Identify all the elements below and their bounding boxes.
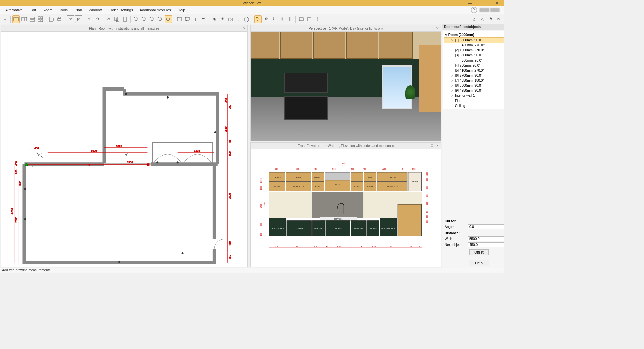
tree-root[interactable]: ▽ Room (2400mm): [444, 32, 504, 38]
tree-item-12[interactable]: Floor: [444, 98, 504, 103]
undo-icon[interactable]: ↶: [86, 15, 93, 23]
zoom-active-icon[interactable]: [165, 15, 172, 23]
sun-icon[interactable]: ☀: [219, 15, 226, 23]
tree-item-1[interactable]: 450mm, 270.0°: [444, 43, 504, 48]
mail-icon[interactable]: ✉: [495, 15, 502, 23]
svg-text:450: 450: [15, 161, 18, 166]
svg-point-35: [125, 93, 127, 95]
close-button[interactable]: ✕: [490, 0, 504, 6]
pointer-icon[interactable]: [254, 15, 262, 23]
move-icon[interactable]: ✥: [262, 15, 270, 23]
perspective-close-icon[interactable]: ✕: [435, 26, 440, 31]
tree-item-label: Ceiling: [455, 104, 465, 108]
svg-text:1470: 1470: [260, 204, 262, 208]
tree-item-6[interactable]: [5] 4100mm, 270.0°: [444, 68, 504, 73]
menu-additional-modules[interactable]: Additional modules: [136, 7, 174, 13]
help-button[interactable]: Help: [469, 260, 489, 266]
flag-icon[interactable]: ⚑: [487, 15, 494, 23]
tree-item-0[interactable]: ▷[1] 5500mm, 90.0°: [444, 38, 504, 43]
zoom-fit-icon[interactable]: [132, 15, 140, 23]
tree-item-7[interactable]: ▷[6] 2700mm, 90.0°: [444, 73, 504, 78]
view-mode-3[interactable]: [29, 15, 36, 23]
svg-text:300: 300: [426, 178, 428, 181]
chevron-right-icon: ▷: [451, 89, 454, 92]
sc-icon[interactable]: sc: [67, 15, 74, 23]
tool-c-icon[interactable]: ⊹: [314, 15, 321, 23]
elevation-close-icon[interactable]: ✕: [435, 143, 440, 148]
nav-left-icon[interactable]: ◁: [479, 15, 486, 23]
home-icon[interactable]: ⌂: [471, 15, 478, 23]
menu-alternative[interactable]: Alternative: [2, 7, 26, 13]
comment-icon[interactable]: [184, 15, 191, 23]
camera-icon[interactable]: [227, 15, 234, 23]
record-icon[interactable]: ⊙: [235, 15, 242, 23]
svg-text:UEAD115-65-5: UEAD115-65-5: [381, 228, 395, 230]
perspective-viewport[interactable]: [250, 32, 441, 141]
menu-room[interactable]: Room: [39, 7, 56, 13]
menu-window[interactable]: Window: [85, 7, 105, 13]
svg-text:55: 55: [228, 139, 231, 142]
svg-point-39: [24, 218, 26, 220]
tree-item-2[interactable]: [2] 1900mm, 270.0°: [444, 48, 504, 53]
light-icon[interactable]: ◉: [211, 15, 218, 23]
pn-icon[interactable]: pn: [75, 15, 82, 23]
svg-text:650: 650: [275, 245, 279, 247]
tool-b-icon[interactable]: [306, 15, 313, 23]
tree-item-8[interactable]: ▷[7] 4550mm, 180.0°: [444, 78, 504, 83]
offset-button[interactable]: Offset: [469, 249, 489, 255]
3d-icon[interactable]: [243, 15, 250, 23]
maximize-button[interactable]: ☐: [477, 0, 490, 6]
tree-item-3[interactable]: [3] 3300mm, 90.0°: [444, 53, 504, 58]
menu-plan[interactable]: Plan: [71, 7, 85, 13]
menu-edit[interactable]: Edit: [26, 7, 39, 13]
svg-text:450: 450: [361, 245, 364, 247]
angle-input[interactable]: [468, 224, 504, 229]
view-mode-4[interactable]: [37, 15, 44, 23]
tree-item-9[interactable]: ▷[8] 8300mm, 90.0°: [444, 83, 504, 88]
paste-icon[interactable]: [121, 15, 129, 23]
menu-help[interactable]: Help: [174, 7, 189, 13]
svg-text:HR60-5: HR60-5: [389, 176, 396, 178]
tree-item-5[interactable]: [4] 750mm, 90.0°: [444, 63, 504, 68]
align-icon[interactable]: ∥: [286, 15, 294, 23]
print-icon[interactable]: [56, 15, 63, 23]
zoom-3-icon[interactable]: [156, 15, 164, 23]
rotate-icon[interactable]: ↻: [270, 15, 278, 23]
help-icon[interactable]: ?: [471, 7, 477, 13]
text-tool-icon[interactable]: T: [192, 15, 199, 23]
redo-icon[interactable]: ↷: [94, 15, 101, 23]
tree-item-10[interactable]: ▷[9] 4250mm, 90.0°: [444, 88, 504, 93]
plan-canvas[interactable]: x 450 5500 3925 1125: [1, 32, 248, 267]
cut-icon[interactable]: ✂: [105, 15, 112, 23]
svg-text:330: 330: [426, 202, 428, 205]
surfaces-tree[interactable]: ▽ Room (2400mm) ▷[1] 5500mm, 90.0°450mm,…: [443, 31, 504, 109]
plan-close-icon[interactable]: ✕: [242, 26, 247, 31]
view-mode-2[interactable]: [20, 15, 28, 23]
save-icon[interactable]: [48, 15, 55, 23]
svg-rect-0: [14, 17, 18, 21]
note-icon[interactable]: [176, 15, 183, 23]
tool-a-icon[interactable]: [297, 15, 305, 23]
zoom-area-icon[interactable]: [148, 15, 156, 23]
tree-item-11[interactable]: ▷Interior wall 1: [444, 93, 504, 98]
status-bar: Add free drawing measurements: [0, 268, 504, 273]
elevation-canvas[interactable]: 5500 650 900 450 900 450 450 1100 2 598: [250, 149, 441, 267]
elevation-max-icon[interactable]: ☐: [430, 143, 434, 148]
svg-rect-120: [269, 218, 286, 236]
wall-input[interactable]: [468, 236, 504, 241]
tree-item-13[interactable]: Ceiling: [444, 103, 504, 108]
grip-icon[interactable]: ⫴: [278, 15, 286, 23]
back-button[interactable]: ←: [1, 15, 9, 23]
minimize-button[interactable]: —: [463, 0, 477, 6]
perspective-max-icon[interactable]: ☐: [430, 26, 434, 31]
menu-tools[interactable]: Tools: [56, 7, 71, 13]
tree-item-4[interactable]: 600mm, 90.0°: [444, 58, 504, 63]
svg-text:2550: 2550: [225, 126, 228, 132]
zoom-in-icon[interactable]: [140, 15, 148, 23]
copy-icon[interactable]: [113, 15, 121, 23]
view-mode-1[interactable]: [12, 15, 20, 23]
next-object-input[interactable]: [468, 242, 504, 247]
plan-max-icon[interactable]: ☐: [237, 26, 241, 31]
dimension-icon[interactable]: ⊢: [200, 15, 207, 23]
menu-global-settings[interactable]: Global settings: [105, 7, 136, 13]
